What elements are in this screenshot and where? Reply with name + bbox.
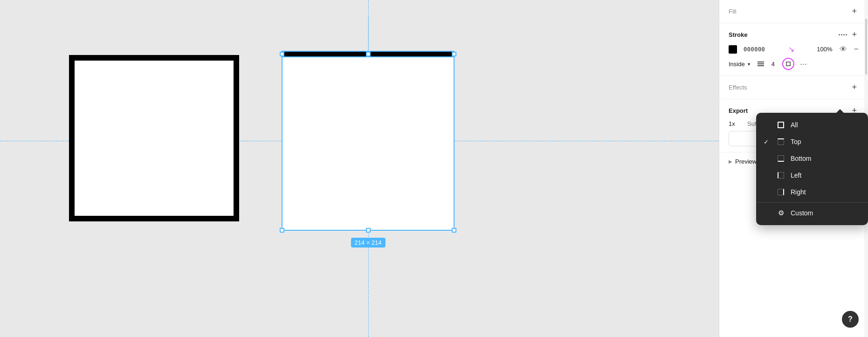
stroke-position-dropdown[interactable]: Inside ▾ [729, 61, 750, 68]
stroke-position-label: Inside [729, 61, 745, 68]
right-panel: Fill + Stroke + 000000 100% 👁 − Inside ▾ [719, 0, 868, 337]
stroke-style-button[interactable] [782, 58, 794, 70]
shape-rectangle-1[interactable] [69, 55, 239, 221]
dropdown-item-all[interactable]: All [756, 117, 868, 133]
dropdown-label-bottom: Bottom [791, 155, 811, 162]
dropdown-item-right[interactable]: Right [756, 184, 868, 200]
dropdown-arrow [836, 109, 844, 113]
stroke-width-value: 4 [772, 61, 775, 68]
dropdown-label-all: All [791, 121, 798, 129]
handle-line-top [368, 17, 368, 52]
handle-top-middle[interactable] [366, 52, 371, 56]
handle-bottom-right[interactable] [452, 228, 456, 233]
fill-add-button[interactable]: + [850, 6, 859, 17]
stroke-opacity-value: 100% [817, 46, 832, 53]
dropdown-item-custom[interactable]: ⚙ Custom [756, 205, 868, 221]
handle-top-right[interactable] [452, 52, 456, 56]
sliders-icon: ⚙ [777, 209, 785, 217]
export-title: Export [729, 107, 748, 114]
stroke-section: Stroke + 000000 100% 👁 − Inside ▾ 4 [719, 23, 868, 76]
dropdown-label-right: Right [791, 188, 806, 196]
export-scale: 1x [729, 120, 744, 127]
border-all-icon [777, 121, 785, 129]
dropdown-label-custom: Custom [791, 209, 813, 217]
stroke-color-value: 000000 [744, 46, 765, 53]
handle-bottom-middle[interactable] [366, 228, 371, 233]
check-top: ✓ [764, 138, 771, 145]
stroke-visibility-icon[interactable]: 👁 [840, 45, 847, 54]
fill-section: Fill + [719, 0, 868, 23]
border-right-icon [777, 188, 785, 196]
stroke-more-button[interactable]: ··· [800, 59, 807, 69]
border-bottom-icon [777, 154, 785, 163]
handle-bottom-left[interactable] [280, 228, 284, 233]
stroke-color-swatch[interactable] [729, 45, 737, 54]
scrollbar-thumb[interactable] [865, 19, 867, 75]
stroke-lines-icon [758, 62, 764, 66]
dropdown-item-top[interactable]: ✓ Top [756, 133, 868, 150]
preview-chevron-icon: ▶ [729, 159, 732, 164]
border-top-icon [777, 138, 785, 146]
stroke-style-btn-wrapper: ↘ [782, 58, 794, 70]
dropdown-label-top: Top [791, 138, 801, 145]
stroke-grid-icon [839, 34, 847, 35]
chevron-down-icon: ▾ [748, 62, 750, 67]
help-button[interactable]: ? [842, 311, 859, 328]
preview-title: Preview [735, 158, 757, 165]
dropdown-divider [756, 202, 868, 203]
pink-arrow-icon: ↘ [788, 45, 794, 54]
dimension-label: 214 × 214 [351, 238, 385, 248]
effects-section: Effects + [719, 76, 868, 99]
canvas: 214 × 214 [0, 0, 719, 337]
handle-top-left[interactable] [280, 52, 284, 56]
border-style-dropdown: All ✓ Top Bottom Left [756, 113, 868, 225]
effects-add-button[interactable]: + [850, 82, 859, 93]
stroke-remove-icon[interactable]: − [854, 44, 859, 54]
dropdown-item-left[interactable]: Left [756, 167, 868, 184]
fill-title: Fill [729, 8, 737, 15]
stroke-add-button[interactable]: + [850, 29, 859, 41]
border-left-icon [777, 171, 785, 179]
stroke-title: Stroke [729, 31, 747, 38]
dropdown-item-bottom[interactable]: Bottom [756, 150, 868, 167]
effects-title: Effects [729, 84, 747, 91]
dropdown-label-left: Left [791, 172, 801, 179]
shape-rectangle-2[interactable]: 214 × 214 [282, 54, 455, 231]
